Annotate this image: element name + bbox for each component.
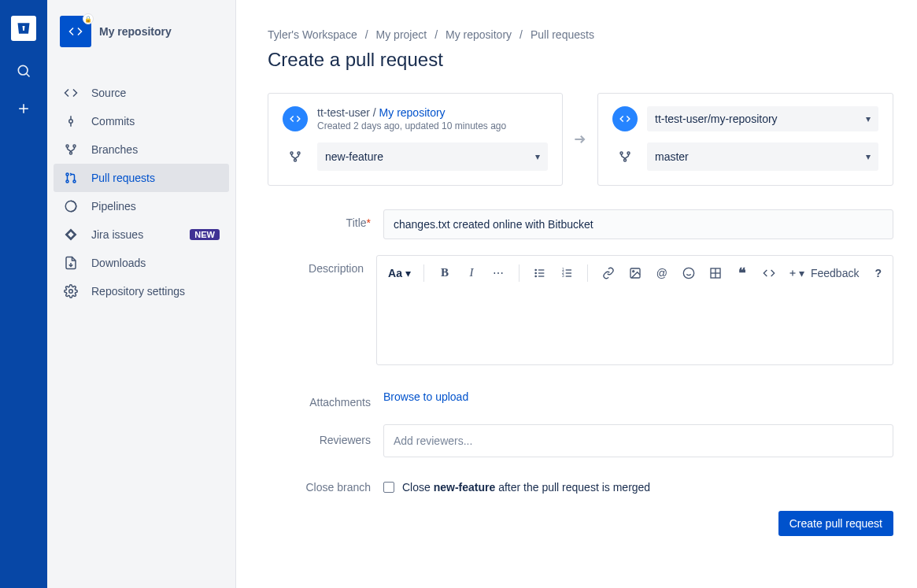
sidebar-item-label: Downloads xyxy=(91,257,146,269)
page-title: Create a pull request xyxy=(268,49,893,71)
sidebar-item-label: Pipelines xyxy=(91,200,136,213)
svg-point-16 xyxy=(290,152,293,154)
sidebar-item-branches[interactable]: Branches xyxy=(54,135,229,164)
insert-more-button[interactable]: ▾ xyxy=(788,265,804,281)
sidebar-repo-header[interactable]: 🔒 My repository xyxy=(54,16,229,60)
repo-avatar: 🔒 xyxy=(60,16,91,47)
close-branch-label: Close branch xyxy=(268,481,383,494)
add-icon[interactable] xyxy=(16,101,31,116)
sidebar-item-label: Jira issues xyxy=(91,228,143,241)
description-row: Description Aa▾ B I ⋯ 123 xyxy=(268,255,893,365)
main-content: Tyler's Workspace / My project / My repo… xyxy=(236,0,917,588)
sidebar-item-jira-issues[interactable]: Jira issues NEW xyxy=(54,220,229,249)
svg-point-7 xyxy=(66,145,68,147)
breadcrumb-item[interactable]: My repository xyxy=(446,28,512,41)
breadcrumb-item[interactable]: Tyler's Workspace xyxy=(268,28,357,41)
bitbucket-logo[interactable] xyxy=(11,16,36,41)
svg-point-18 xyxy=(294,159,297,161)
breadcrumb: Tyler's Workspace / My project / My repo… xyxy=(268,28,893,41)
target-branch-value: master xyxy=(655,150,689,163)
svg-point-4 xyxy=(69,120,73,124)
svg-point-8 xyxy=(73,145,76,147)
bullet-list-button[interactable] xyxy=(532,265,548,281)
quote-button[interactable]: ❝ xyxy=(734,265,750,281)
svg-point-21 xyxy=(627,152,630,154)
image-button[interactable] xyxy=(627,265,643,281)
toolbar-separator xyxy=(587,264,588,282)
search-icon[interactable] xyxy=(16,63,31,79)
more-formatting-button[interactable]: ⋯ xyxy=(490,265,506,281)
bold-button[interactable]: B xyxy=(437,265,453,281)
breadcrumb-sep: / xyxy=(365,28,368,41)
reviewers-label: Reviewers xyxy=(268,424,383,457)
svg-text:3: 3 xyxy=(562,274,564,278)
bitbucket-icon xyxy=(17,21,31,35)
chevron-down-icon: ▾ xyxy=(535,151,540,162)
source-repo-icon xyxy=(283,106,308,131)
close-branch-text: Close new-feature after the pull request… xyxy=(402,481,650,494)
svg-point-20 xyxy=(620,152,623,154)
breadcrumb-sep: / xyxy=(520,28,523,41)
editor-toolbar: Aa▾ B I ⋯ 123 xyxy=(377,256,893,290)
source-sep: / xyxy=(370,106,379,119)
attachments-label: Attachments xyxy=(268,389,383,409)
branch-icon xyxy=(283,150,308,164)
source-repo-link[interactable]: My repository xyxy=(379,106,446,119)
italic-button[interactable]: I xyxy=(464,265,479,281)
target-repo-select[interactable]: tt-test-user/my-repository ▾ xyxy=(647,106,878,131)
branch-icon xyxy=(612,150,638,164)
title-input[interactable] xyxy=(383,209,893,239)
emoji-button[interactable] xyxy=(681,265,697,281)
sidebar-item-downloads[interactable]: Downloads xyxy=(54,249,229,277)
source-branch-select[interactable]: new-feature ▾ xyxy=(317,142,548,171)
attachments-row: Attachments Browse to upload xyxy=(268,389,893,409)
text-style-button[interactable]: Aa▾ xyxy=(388,267,411,279)
create-pull-request-button[interactable]: Create pull request xyxy=(778,511,893,536)
toolbar-separator xyxy=(423,264,424,282)
target-branch-select[interactable]: master ▾ xyxy=(647,142,878,171)
breadcrumb-item[interactable]: My project xyxy=(376,28,427,41)
commits-icon xyxy=(63,114,79,128)
sidebar-item-source[interactable]: Source xyxy=(54,79,229,107)
svg-point-24 xyxy=(535,272,536,273)
sidebar: 🔒 My repository Source Commits Branches … xyxy=(47,0,236,588)
close-branch-checkbox[interactable] xyxy=(383,482,394,493)
table-button[interactable] xyxy=(708,265,723,281)
sidebar-item-pull-requests[interactable]: Pull requests xyxy=(54,164,229,192)
sidebar-item-pipelines[interactable]: Pipelines xyxy=(54,192,229,220)
source-branch-box: tt-test-user / My repository Created 2 d… xyxy=(268,93,563,186)
sidebar-item-label: Source xyxy=(91,87,126,99)
breadcrumb-item[interactable]: Pull requests xyxy=(531,28,594,41)
browse-upload-link[interactable]: Browse to upload xyxy=(383,389,468,403)
sidebar-item-commits[interactable]: Commits xyxy=(54,107,229,135)
settings-icon xyxy=(63,284,79,298)
source-owner: tt-test-user xyxy=(317,106,370,119)
mention-button[interactable]: @ xyxy=(654,265,670,281)
title-label: Title* xyxy=(268,209,383,239)
svg-point-37 xyxy=(683,268,693,278)
code-button[interactable] xyxy=(761,265,777,281)
new-badge: NEW xyxy=(190,229,220,240)
title-row: Title* xyxy=(268,209,893,239)
chevron-down-icon: ▾ xyxy=(866,151,871,162)
global-nav xyxy=(0,0,47,588)
help-button[interactable]: ? xyxy=(874,267,882,279)
pipelines-icon xyxy=(63,199,79,213)
branches-icon xyxy=(63,142,79,157)
reviewers-placeholder: Add reviewers... xyxy=(394,435,472,447)
reviewers-input[interactable]: Add reviewers... xyxy=(383,424,893,457)
editor-body[interactable] xyxy=(377,290,893,364)
sidebar-item-label: Repository settings xyxy=(91,285,185,298)
link-button[interactable] xyxy=(601,265,616,281)
sidebar-item-repository-settings[interactable]: Repository settings xyxy=(54,277,229,305)
svg-line-1 xyxy=(27,74,30,77)
feedback-button[interactable]: Feedback xyxy=(811,267,859,279)
breadcrumb-sep: / xyxy=(434,28,438,41)
sidebar-item-label: Commits xyxy=(91,115,135,128)
numbered-list-button[interactable]: 123 xyxy=(559,265,575,281)
toolbar-separator xyxy=(519,264,520,282)
pull-requests-icon xyxy=(63,171,79,185)
svg-point-12 xyxy=(73,180,76,183)
target-repo-value: tt-test-user/my-repository xyxy=(655,113,778,125)
description-editor: Aa▾ B I ⋯ 123 xyxy=(376,255,893,365)
